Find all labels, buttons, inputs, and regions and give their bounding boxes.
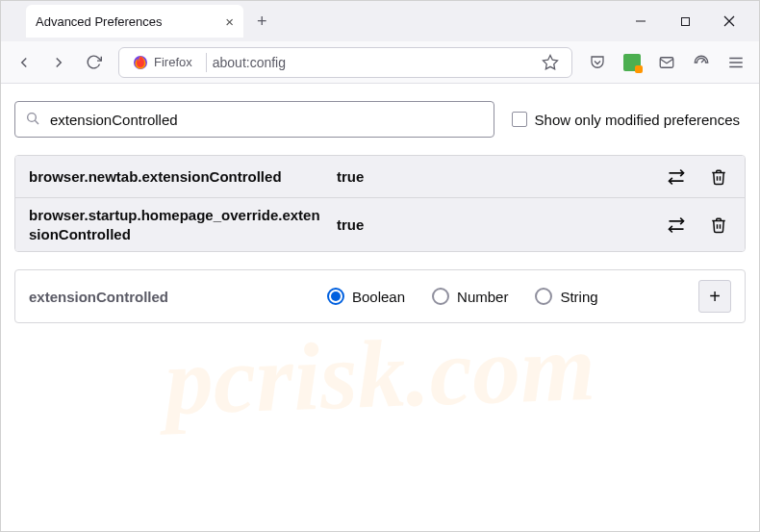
browser-window: Advanced Preferences × + [0,0,760,532]
search-row: Show only modified preferences [14,101,746,138]
pocket-button[interactable] [582,47,613,78]
radio-label: Boolean [352,289,405,305]
window-controls [619,1,751,41]
create-pref-row: extensionControlled Boolean Number Strin… [14,269,746,323]
pref-search-box[interactable] [14,101,494,138]
radio-label: Number [457,289,508,305]
mail-button[interactable] [651,47,682,78]
minimize-button[interactable] [619,1,663,41]
dashboard-button[interactable] [686,47,717,78]
checkbox-label: Show only modified preferences [535,112,740,128]
extension-icon [623,54,641,71]
firefox-icon [133,55,148,70]
pref-name: browser.newtab.extensionControlled [29,167,327,187]
url-bar[interactable]: Firefox [118,47,572,78]
add-pref-button[interactable]: + [698,280,731,313]
toggle-button[interactable] [664,165,689,190]
tab-title: Advanced Preferences [36,14,163,29]
radio-number[interactable]: Number [432,288,508,305]
pref-search-input[interactable] [50,112,484,128]
back-button[interactable] [9,47,39,78]
maximize-button[interactable] [663,1,707,41]
nav-toolbar: Firefox [1,41,759,84]
app-menu-button[interactable] [721,47,751,78]
create-pref-name: extensionControlled [29,289,327,305]
browser-tab[interactable]: Advanced Preferences × [26,5,243,38]
new-tab-button[interactable]: + [257,12,267,32]
search-icon [25,111,40,129]
pref-name: browser.startup.homepage_override.extens… [29,206,327,243]
radio-icon [535,288,552,305]
pref-value: true [327,216,664,233]
pref-row[interactable]: browser.newtab.extensionControlled true [15,156,745,198]
forward-button[interactable] [43,47,74,78]
radio-icon [327,288,344,305]
radio-boolean[interactable]: Boolean [327,288,405,305]
urlbar-separator [206,53,207,72]
titlebar: Advanced Preferences × + [1,1,759,41]
checkbox-icon[interactable] [512,112,527,127]
svg-line-11 [35,120,38,124]
delete-button[interactable] [706,165,731,190]
toolbar-right [582,47,751,78]
radio-label: String [560,289,597,305]
svg-line-6 [701,60,704,63]
content-area: Show only modified preferences browser.n… [1,84,759,531]
modified-only-checkbox[interactable]: Show only modified preferences [512,112,746,128]
close-window-button[interactable] [707,1,751,41]
toggle-button[interactable] [664,213,689,238]
close-tab-icon[interactable]: × [225,13,234,30]
bookmark-star-button[interactable] [535,47,566,78]
pref-actions [664,165,731,190]
radio-string[interactable]: String [535,288,597,305]
delete-button[interactable] [706,213,731,238]
pref-value: true [327,168,664,185]
pref-list: browser.newtab.extensionControlled true … [14,155,746,252]
identity-label: Firefox [154,55,192,69]
radio-icon [432,288,449,305]
pref-row[interactable]: browser.startup.homepage_override.extens… [15,198,745,251]
pref-actions [664,213,731,238]
reload-button[interactable] [78,47,109,78]
watermark: pcrisk.com [164,312,597,438]
identity-box[interactable]: Firefox [125,53,200,72]
svg-point-10 [28,113,37,121]
svg-marker-5 [544,55,558,68]
extension-button[interactable] [617,47,647,78]
svg-rect-1 [681,17,689,25]
url-input[interactable] [213,55,529,70]
type-radio-group: Boolean Number String [327,288,698,305]
